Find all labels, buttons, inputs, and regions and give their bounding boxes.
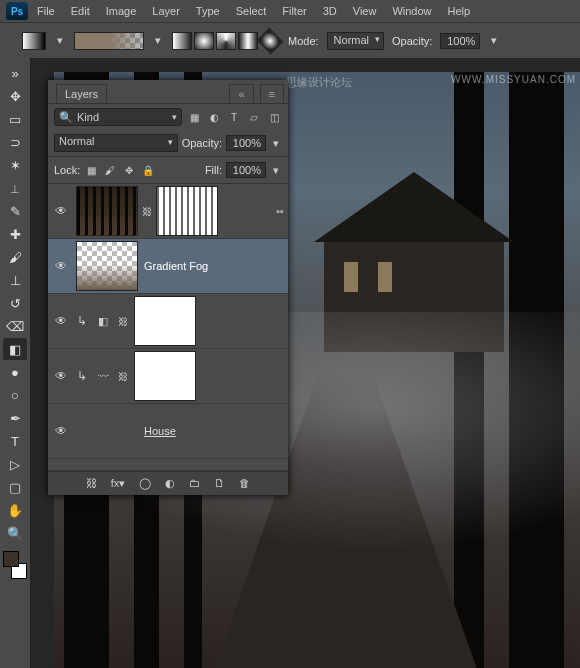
- layer-row[interactable]: 👁 House: [48, 404, 288, 459]
- levels-icon[interactable]: ◧: [94, 312, 112, 330]
- filter-type-icon[interactable]: T: [226, 109, 242, 125]
- visibility-toggle[interactable]: 👁: [52, 314, 70, 328]
- healing-brush-tool[interactable]: ✚: [3, 223, 27, 245]
- tool-preset-swatch[interactable]: [22, 32, 46, 50]
- visibility-toggle[interactable]: 👁: [52, 204, 70, 218]
- filter-pixel-icon[interactable]: ▦: [186, 109, 202, 125]
- menu-3d[interactable]: 3D: [316, 3, 344, 19]
- type-tool[interactable]: T: [3, 430, 27, 452]
- layer-filter-kind[interactable]: 🔍 Kind ▾: [54, 108, 182, 126]
- layer-mask-thumbnail[interactable]: [134, 351, 196, 401]
- lock-transparency-icon[interactable]: ▦: [84, 163, 98, 177]
- menu-edit[interactable]: Edit: [64, 3, 97, 19]
- layers-panel[interactable]: Layers « ≡ 🔍 Kind ▾ ▦ ◐ T ▱ ◫ Normal Opa…: [48, 80, 288, 495]
- magic-wand-tool[interactable]: ✶: [3, 154, 27, 176]
- menu-file[interactable]: File: [30, 3, 62, 19]
- layers-tab[interactable]: Layers: [56, 84, 107, 103]
- delete-layer-icon[interactable]: 🗑: [239, 477, 250, 490]
- gradient-reflected[interactable]: [238, 32, 258, 50]
- eyedropper-tool[interactable]: ✎: [3, 200, 27, 222]
- gradient-radial[interactable]: [194, 32, 214, 50]
- zoom-tool[interactable]: 🔍: [3, 522, 27, 544]
- curves-icon[interactable]: 〰: [94, 367, 112, 385]
- layer-name[interactable]: Gradient Fog: [144, 260, 208, 272]
- layer-fx-icon[interactable]: fx▾: [111, 477, 126, 490]
- layer-name[interactable]: House: [144, 425, 176, 437]
- menu-layer[interactable]: Layer: [145, 3, 187, 19]
- brush-tool[interactable]: 🖌: [3, 246, 27, 268]
- menu-type[interactable]: Type: [189, 3, 227, 19]
- eraser-tool[interactable]: ⌫: [3, 315, 27, 337]
- gradient-diamond[interactable]: [257, 27, 284, 54]
- opacity-dropdown[interactable]: ▾: [488, 32, 500, 50]
- gradient-tool[interactable]: ◧: [3, 338, 27, 360]
- mask-link-icon[interactable]: ⛓: [142, 206, 152, 217]
- gradient-preview[interactable]: [74, 32, 144, 50]
- fill-dropdown[interactable]: ▾: [270, 161, 282, 179]
- stamp-tool[interactable]: ⊥: [3, 269, 27, 291]
- opacity-value[interactable]: 100%: [440, 33, 480, 49]
- visibility-toggle[interactable]: 👁: [52, 369, 70, 383]
- lock-pixels-icon[interactable]: 🖌: [103, 163, 117, 177]
- move-tool[interactable]: ✥: [3, 85, 27, 107]
- filter-adjust-icon[interactable]: ◐: [206, 109, 222, 125]
- layer-thumbnail[interactable]: [76, 186, 138, 236]
- new-adjustment-icon[interactable]: ◐: [165, 477, 175, 490]
- menu-help[interactable]: Help: [441, 3, 478, 19]
- layer-row[interactable]: 👁 ⛓ ▪▪: [48, 184, 288, 239]
- filter-shape-icon[interactable]: ▱: [246, 109, 262, 125]
- layer-row[interactable]: 👁 Gradient Fog: [48, 239, 288, 294]
- mode-select[interactable]: Normal: [327, 32, 384, 50]
- dodge-tool[interactable]: ○: [3, 384, 27, 406]
- marquee-tool[interactable]: ▭: [3, 108, 27, 130]
- new-layer-icon[interactable]: 🗋: [214, 477, 225, 490]
- layer-row[interactable]: 👁 ↳ 〰 ⛓: [48, 349, 288, 404]
- blur-tool[interactable]: ●: [3, 361, 27, 383]
- filter-smart-icon[interactable]: ◫: [266, 109, 282, 125]
- menu-view[interactable]: View: [346, 3, 384, 19]
- panel-collapse-icon[interactable]: «: [229, 84, 253, 103]
- color-swatches[interactable]: [3, 551, 27, 579]
- expand-arrows[interactable]: »: [3, 62, 27, 84]
- fill-value[interactable]: 100%: [226, 162, 266, 178]
- foreground-swatch[interactable]: [3, 551, 19, 567]
- blend-mode-select[interactable]: Normal: [54, 134, 178, 152]
- visibility-toggle[interactable]: 👁: [52, 259, 70, 273]
- history-brush-tool[interactable]: ↺: [3, 292, 27, 314]
- link-layers-icon[interactable]: ⛓: [86, 477, 97, 490]
- shape-tool[interactable]: ▢: [3, 476, 27, 498]
- layer-mask-thumbnail[interactable]: [156, 186, 218, 236]
- mask-link-icon[interactable]: ⛓: [118, 316, 128, 327]
- menu-select[interactable]: Select: [229, 3, 274, 19]
- gradient-angle[interactable]: [216, 32, 236, 50]
- gradient-linear[interactable]: [172, 32, 192, 50]
- layer-thumbnail[interactable]: [76, 241, 138, 291]
- menu-window[interactable]: Window: [385, 3, 438, 19]
- gradient-picker-dropdown[interactable]: ▾: [152, 32, 164, 50]
- clip-arrow-icon: ↳: [76, 314, 88, 328]
- lasso-tool[interactable]: ⊃: [3, 131, 27, 153]
- new-group-icon[interactable]: 🗀: [189, 477, 200, 490]
- lock-all-icon[interactable]: 🔒: [141, 163, 155, 177]
- layer-opacity-dropdown[interactable]: ▾: [270, 134, 282, 152]
- panel-menu-icon[interactable]: ≡: [260, 84, 284, 103]
- visibility-toggle[interactable]: 👁: [52, 424, 70, 438]
- filter-expand-icon[interactable]: ▪▪: [276, 205, 284, 217]
- clip-arrow-icon: ↳: [76, 369, 88, 383]
- menu-image[interactable]: Image: [99, 3, 144, 19]
- add-mask-icon[interactable]: ◯: [139, 477, 151, 490]
- crop-tool[interactable]: ⟂: [3, 177, 27, 199]
- filter-kind-label: Kind: [77, 111, 99, 123]
- menu-filter[interactable]: Filter: [275, 3, 313, 19]
- lock-position-icon[interactable]: ✥: [122, 163, 136, 177]
- layer-row[interactable]: 👁 ↳ ◧ ⛓: [48, 294, 288, 349]
- tool-preset-dropdown[interactable]: ▾: [54, 32, 66, 50]
- path-select-tool[interactable]: ▷: [3, 453, 27, 475]
- search-icon: 🔍: [59, 111, 73, 124]
- layer-opacity-value[interactable]: 100%: [226, 135, 266, 151]
- layer-mask-thumbnail[interactable]: [134, 296, 196, 346]
- lock-label: Lock:: [54, 164, 80, 176]
- mask-link-icon[interactable]: ⛓: [118, 371, 128, 382]
- pen-tool[interactable]: ✒: [3, 407, 27, 429]
- hand-tool[interactable]: ✋: [3, 499, 27, 521]
